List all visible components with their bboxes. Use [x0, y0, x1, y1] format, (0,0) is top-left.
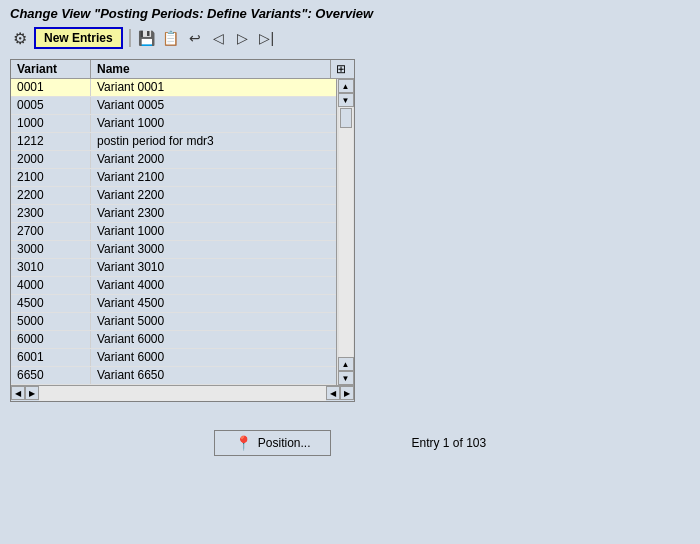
table-row[interactable]: 0005Variant 0005: [11, 97, 336, 115]
entry-info: Entry 1 of 103: [411, 436, 486, 450]
variant-cell: 6650: [11, 367, 91, 384]
name-cell: Variant 1000: [91, 223, 331, 240]
toolbar: ⚙ New Entries 💾 📋 ↩ ◁ ▷ ▷|: [0, 23, 700, 53]
new-entries-button[interactable]: New Entries: [34, 27, 123, 49]
variant-cell: 0001: [11, 79, 91, 96]
table-row[interactable]: 2100Variant 2100: [11, 169, 336, 187]
variant-cell: 5000: [11, 313, 91, 330]
name-cell: Variant 2000: [91, 151, 331, 168]
bottom-bar: 📍 Position... Entry 1 of 103: [0, 418, 700, 468]
variant-cell: 6001: [11, 349, 91, 366]
toolbar-separator: [129, 29, 131, 47]
position-button-label: Position...: [258, 436, 311, 450]
main-content: Variant Name ⊞ 0001Variant 00010005Varia…: [0, 53, 700, 408]
table-outer: Variant Name ⊞ 0001Variant 00010005Varia…: [10, 59, 355, 402]
h-scroll-left2-button[interactable]: ◀: [326, 386, 340, 400]
scroll-up-bottom-button[interactable]: ▲: [338, 357, 354, 371]
page-title: Change View "Posting Periods: Define Var…: [10, 6, 373, 21]
name-cell: postin period for mdr3: [91, 133, 331, 150]
h-scroll-right2-button[interactable]: ▶: [340, 386, 354, 400]
variant-cell: 6000: [11, 331, 91, 348]
name-cell: Variant 0005: [91, 97, 331, 114]
name-cell: Variant 1000: [91, 115, 331, 132]
name-cell: Variant 2200: [91, 187, 331, 204]
table-row[interactable]: 4000Variant 4000: [11, 277, 336, 295]
scroll-down-button[interactable]: ▼: [338, 371, 354, 385]
variant-cell: 3010: [11, 259, 91, 276]
vertical-scrollbar[interactable]: ▲ ▼ ▲ ▼: [336, 79, 354, 385]
name-cell: Variant 6650: [91, 367, 331, 384]
table-row[interactable]: 6001Variant 6000: [11, 349, 336, 367]
name-cell: Variant 3000: [91, 241, 331, 258]
table-body-wrapper: 0001Variant 00010005Variant 00051000Vari…: [11, 79, 354, 385]
table-row[interactable]: 2200Variant 2200: [11, 187, 336, 205]
table-row[interactable]: 1212postin period for mdr3: [11, 133, 336, 151]
save-icon[interactable]: 💾: [137, 28, 157, 48]
table-body: 0001Variant 00010005Variant 00051000Vari…: [11, 79, 336, 385]
h-scroll-right-button[interactable]: ▶: [25, 386, 39, 400]
variant-cell: 2100: [11, 169, 91, 186]
undo-icon[interactable]: ↩: [185, 28, 205, 48]
variant-cell: 3000: [11, 241, 91, 258]
scroll-thumb[interactable]: [340, 108, 352, 128]
table-row[interactable]: 3010Variant 3010: [11, 259, 336, 277]
nav-left-icon[interactable]: ◁: [209, 28, 229, 48]
table-row[interactable]: 2700Variant 1000: [11, 223, 336, 241]
scroll-track: [339, 107, 353, 357]
table-row[interactable]: 2300Variant 2300: [11, 205, 336, 223]
variant-cell: 4000: [11, 277, 91, 294]
name-cell: Variant 2300: [91, 205, 331, 222]
name-cell: Variant 3010: [91, 259, 331, 276]
title-bar: Change View "Posting Periods: Define Var…: [0, 0, 700, 23]
name-column-header: Name: [91, 60, 331, 78]
h-scroll-track: [39, 386, 326, 401]
variant-cell: 2700: [11, 223, 91, 240]
table-row[interactable]: 2000Variant 2000: [11, 151, 336, 169]
name-cell: Variant 5000: [91, 313, 331, 330]
scroll-up-button[interactable]: ▲: [338, 79, 354, 93]
name-cell: Variant 4000: [91, 277, 331, 294]
table-row[interactable]: 4500Variant 4500: [11, 295, 336, 313]
nav-right-icon[interactable]: ▷: [233, 28, 253, 48]
position-button[interactable]: 📍 Position...: [214, 430, 332, 456]
name-cell: Variant 2100: [91, 169, 331, 186]
table-row[interactable]: 3000Variant 3000: [11, 241, 336, 259]
copy-icon[interactable]: 📋: [161, 28, 181, 48]
table-row[interactable]: 0001Variant 0001: [11, 79, 336, 97]
table-row[interactable]: 1000Variant 1000: [11, 115, 336, 133]
scroll-down-button-top[interactable]: ▼: [338, 93, 354, 107]
variant-cell: 2000: [11, 151, 91, 168]
nav-end-icon[interactable]: ▷|: [257, 28, 277, 48]
variant-cell: 1000: [11, 115, 91, 132]
h-scroll-left-button[interactable]: ◀: [11, 386, 25, 400]
table-row[interactable]: 6650Variant 6650: [11, 367, 336, 385]
table-row[interactable]: 5000Variant 5000: [11, 313, 336, 331]
variant-cell: 4500: [11, 295, 91, 312]
variant-cell: 2200: [11, 187, 91, 204]
variant-cell: 1212: [11, 133, 91, 150]
column-config-icon[interactable]: ⊞: [331, 60, 351, 78]
table-header: Variant Name ⊞: [11, 60, 354, 79]
variant-column-header: Variant: [11, 60, 91, 78]
name-cell: Variant 0001: [91, 79, 331, 96]
variant-cell: 0005: [11, 97, 91, 114]
toolbar-settings-icon[interactable]: ⚙: [10, 28, 30, 48]
variant-cell: 2300: [11, 205, 91, 222]
name-cell: Variant 4500: [91, 295, 331, 312]
position-icon: 📍: [235, 435, 252, 451]
name-cell: Variant 6000: [91, 331, 331, 348]
horizontal-scrollbar[interactable]: ◀ ▶ ◀ ▶: [11, 385, 354, 401]
table-row[interactable]: 6000Variant 6000: [11, 331, 336, 349]
name-cell: Variant 6000: [91, 349, 331, 366]
